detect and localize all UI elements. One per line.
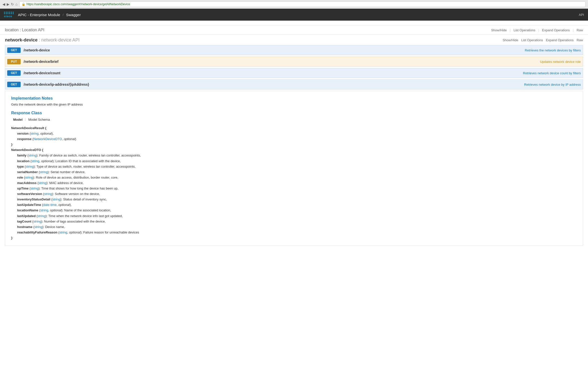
dto-field-6: upTime (string): Time that shows for how… xyxy=(17,186,577,191)
lock-icon: 🔒 xyxy=(22,2,25,6)
dto-field-1: location (string, optional): Location ID… xyxy=(17,158,577,164)
location-list-operations[interactable]: List Operations xyxy=(513,28,539,32)
network-device-dto-open: NetworkDeviceDTO { xyxy=(11,147,577,153)
url-text: https://sandboxapic.cisco.com/swagger#!/… xyxy=(26,2,130,6)
expanded-content: Implementation Notes Gets the network de… xyxy=(5,91,583,246)
forward-icon[interactable]: ▶ xyxy=(7,2,9,6)
dto-field-8: inventoryStatusDetail (string): Status d… xyxy=(17,197,577,202)
dto-field-14: reachabilityFailureReason (string, optio… xyxy=(17,230,577,235)
dto-field-2: type (string): Type of device as switch,… xyxy=(17,164,577,169)
method-badge-1: PUT xyxy=(7,59,21,64)
endpoint-row-1[interactable]: PUT/network-device/briefUpdates network … xyxy=(5,57,583,67)
location-section-header: location : Location API Show/Hide List O… xyxy=(0,26,588,35)
dto-field-5: macAddress (string): MAC address of devi… xyxy=(17,180,577,186)
close-brace-1: } xyxy=(11,142,577,147)
dto-fields: family (string): Family of device as swi… xyxy=(17,153,577,235)
endpoint-desc-1[interactable]: Updates network device role xyxy=(540,60,581,64)
cisco-name: cisco xyxy=(4,15,14,18)
api-title: network-device : network-device API xyxy=(5,38,80,43)
endpoint-path-3: /network-device/ip-address/{ipAddress} xyxy=(24,82,524,86)
endpoint-path-0: /network-device xyxy=(24,48,525,52)
method-badge-0: GET xyxy=(7,47,21,53)
location-title: location : Location API xyxy=(5,28,44,32)
browser-bar: ◀ ▶ ↻ ⌂ 🔒 https://sandboxapic.cisco.com/… xyxy=(0,0,588,9)
network-device-result-open: NetworkDeviceResult { xyxy=(11,125,577,131)
nav-separator: / xyxy=(63,13,64,17)
location-actions: Show/Hide List Operations Expand Operati… xyxy=(491,28,583,32)
api-subtitle: : network-device API xyxy=(39,38,80,42)
address-bar[interactable]: 🔒 https://sandboxapic.cisco.com/swagger#… xyxy=(19,1,586,7)
endpoint-rows: GET/network-deviceRetrieves the network … xyxy=(5,45,583,89)
nav-swagger: Swagger xyxy=(66,13,81,17)
api-actions: Show/Hide List Operations Expand Operati… xyxy=(503,38,583,42)
dto-field-4: role (string): Role of device as access,… xyxy=(17,175,577,180)
endpoint-desc-0[interactable]: Retrieves the network devices by filters xyxy=(525,48,581,52)
endpoint-desc-2[interactable]: Retrieves network device count by filter… xyxy=(523,71,581,75)
implementation-notes-text: Gets the network device with the given I… xyxy=(11,103,577,106)
model-schema: NetworkDeviceResult { version (string, o… xyxy=(11,125,577,241)
dto-field-12: tagCount (string): Number of tags associ… xyxy=(17,219,577,224)
home-icon[interactable]: ⌂ xyxy=(15,2,17,6)
reload-icon[interactable]: ↻ xyxy=(11,2,14,6)
method-badge-3: GET xyxy=(7,82,21,87)
method-badge-2: GET xyxy=(7,70,21,76)
model-schema-tab[interactable]: Model Schema xyxy=(26,117,52,122)
endpoint-row-3[interactable]: GET/network-device/ip-address/{ipAddress… xyxy=(5,79,583,89)
dto-field-3: serialNumber (string): Serial number of … xyxy=(17,169,577,175)
dto-field-9: lastUpdateTime (date-time, optional), xyxy=(17,202,577,208)
api-list-operations[interactable]: List Operations xyxy=(521,38,543,42)
response-field-row: response (NetworkDeviceDTO, optional) xyxy=(17,136,577,142)
api-header: network-device : network-device API Show… xyxy=(5,35,583,45)
location-show-hide[interactable]: Show/Hide xyxy=(491,28,510,32)
endpoint-path-1: /network-device/brief xyxy=(24,60,540,64)
version-field-row: version (string, optional), xyxy=(17,131,577,136)
model-tab[interactable]: Model xyxy=(11,117,25,122)
model-tab-sep: | xyxy=(25,117,26,122)
main-content: location : Location API Show/Hide List O… xyxy=(0,21,588,253)
location-raw[interactable]: Raw xyxy=(577,28,583,32)
api-raw[interactable]: Raw xyxy=(577,38,583,42)
api-name: network-device xyxy=(5,38,38,42)
endpoint-desc-3[interactable]: Retrieves network device by IP address xyxy=(524,83,581,86)
top-nav: cisco APIC - Enterprise Module / Swagger… xyxy=(0,9,588,21)
endpoint-row-0[interactable]: GET/network-deviceRetrieves the network … xyxy=(5,45,583,55)
dto-field-13: hostname (string): Device name, xyxy=(17,224,577,230)
api-show-hide[interactable]: Show/Hide xyxy=(503,38,518,42)
nav-api-label: API xyxy=(579,13,584,17)
api-section: network-device : network-device API Show… xyxy=(5,35,583,246)
implementation-notes-label: Implementation Notes xyxy=(11,96,577,101)
endpoint-row-2[interactable]: GET/network-device/countRetrieves networ… xyxy=(5,68,583,78)
model-tabs: Model | Model Schema xyxy=(11,117,577,122)
location-expand-operations[interactable]: Expand Operations xyxy=(542,28,574,32)
response-class-label: Response Class xyxy=(11,111,577,115)
nav-icons: ◀ ▶ ↻ ⌂ xyxy=(2,2,17,6)
dto-field-7: softwareVersion (string): Software versi… xyxy=(17,191,577,197)
dto-field-0: family (string): Family of device as swi… xyxy=(17,153,577,158)
api-expand-operations[interactable]: Expand Operations xyxy=(546,38,574,42)
endpoint-path-2: /network-device/count xyxy=(24,71,523,75)
dto-field-10: locationName (string, optional): Name of… xyxy=(17,208,577,213)
close-brace-2: } xyxy=(11,235,577,241)
app-title: APIC - Enterprise Module xyxy=(18,13,60,17)
back-icon[interactable]: ◀ xyxy=(2,2,5,6)
dto-field-11: lastUpdated (string): Time when the netw… xyxy=(17,213,577,219)
cisco-logo: cisco xyxy=(4,12,14,18)
